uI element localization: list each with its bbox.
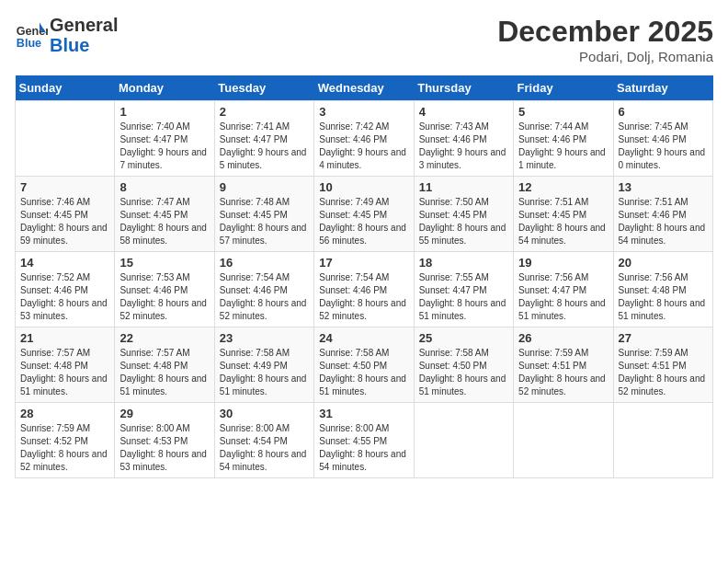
day-number: 12 xyxy=(518,180,608,194)
calendar-cell: 1 Sunrise: 7:40 AMSunset: 4:47 PMDayligh… xyxy=(115,101,214,177)
calendar-cell: 9 Sunrise: 7:48 AMSunset: 4:45 PMDayligh… xyxy=(214,177,313,252)
calendar-cell: 21 Sunrise: 7:57 AMSunset: 4:48 PMDaylig… xyxy=(16,327,115,403)
day-info: Sunrise: 7:58 AMSunset: 4:50 PMDaylight:… xyxy=(319,348,406,396)
calendar-cell: 30 Sunrise: 8:00 AMSunset: 4:54 PMDaylig… xyxy=(214,403,313,478)
day-number: 15 xyxy=(119,256,209,270)
day-info: Sunrise: 7:56 AMSunset: 4:47 PMDaylight:… xyxy=(518,272,606,321)
day-info: Sunrise: 7:57 AMSunset: 4:48 PMDaylight:… xyxy=(20,348,108,396)
calendar-cell: 25 Sunrise: 7:58 AMSunset: 4:50 PMDaylig… xyxy=(414,327,513,403)
day-info: Sunrise: 8:00 AMSunset: 4:55 PMDaylight:… xyxy=(319,423,406,472)
page-header: General Blue General Blue December 2025 … xyxy=(15,15,713,64)
day-number: 18 xyxy=(419,256,508,270)
day-number: 23 xyxy=(220,331,309,345)
day-number: 28 xyxy=(20,407,109,420)
day-number: 22 xyxy=(119,331,209,345)
svg-text:Blue: Blue xyxy=(17,37,41,50)
calendar-table: SundayMondayTuesdayWednesdayThursdayFrid… xyxy=(15,75,713,478)
calendar-week-row: 21 Sunrise: 7:57 AMSunset: 4:48 PMDaylig… xyxy=(16,327,713,403)
day-number: 6 xyxy=(619,105,708,119)
day-number: 26 xyxy=(518,331,608,345)
day-number: 27 xyxy=(619,331,708,345)
day-number: 1 xyxy=(119,105,209,119)
logo-blue: Blue xyxy=(50,35,118,55)
calendar-cell: 11 Sunrise: 7:50 AMSunset: 4:45 PMDaylig… xyxy=(414,177,513,252)
calendar-week-row: 1 Sunrise: 7:40 AMSunset: 4:47 PMDayligh… xyxy=(16,101,713,177)
day-number: 13 xyxy=(619,180,708,194)
day-number: 29 xyxy=(119,407,209,420)
calendar-cell xyxy=(414,403,513,478)
day-number: 21 xyxy=(20,331,109,345)
day-number: 20 xyxy=(619,256,708,270)
day-number: 9 xyxy=(220,180,309,194)
calendar-cell: 7 Sunrise: 7:46 AMSunset: 4:45 PMDayligh… xyxy=(16,177,115,252)
day-info: Sunrise: 7:40 AMSunset: 4:47 PMDaylight:… xyxy=(119,121,207,170)
calendar-cell: 10 Sunrise: 7:49 AMSunset: 4:45 PMDaylig… xyxy=(314,177,414,252)
month-title: December 2025 xyxy=(497,15,713,49)
calendar-cell: 28 Sunrise: 7:59 AMSunset: 4:52 PMDaylig… xyxy=(16,403,115,478)
calendar-cell: 31 Sunrise: 8:00 AMSunset: 4:55 PMDaylig… xyxy=(314,403,414,478)
logo-general: General xyxy=(50,15,118,35)
calendar-cell: 4 Sunrise: 7:43 AMSunset: 4:46 PMDayligh… xyxy=(414,101,513,177)
logo: General Blue General Blue xyxy=(15,15,118,55)
day-number: 4 xyxy=(419,105,508,119)
calendar-cell: 16 Sunrise: 7:54 AMSunset: 4:46 PMDaylig… xyxy=(214,252,313,327)
title-block: December 2025 Podari, Dolj, Romania xyxy=(497,15,713,64)
day-info: Sunrise: 8:00 AMSunset: 4:53 PMDaylight:… xyxy=(119,423,207,472)
calendar-cell: 8 Sunrise: 7:47 AMSunset: 4:45 PMDayligh… xyxy=(115,177,214,252)
day-info: Sunrise: 7:56 AMSunset: 4:48 PMDaylight:… xyxy=(619,272,706,321)
day-info: Sunrise: 7:59 AMSunset: 4:51 PMDaylight:… xyxy=(619,348,706,396)
logo-icon: General Blue xyxy=(15,18,48,52)
day-info: Sunrise: 7:44 AMSunset: 4:46 PMDaylight:… xyxy=(518,121,606,170)
day-number: 2 xyxy=(220,105,309,119)
day-info: Sunrise: 7:45 AMSunset: 4:46 PMDaylight:… xyxy=(619,121,706,170)
day-info: Sunrise: 7:57 AMSunset: 4:48 PMDaylight:… xyxy=(119,348,207,396)
calendar-cell xyxy=(16,101,115,177)
calendar-cell: 23 Sunrise: 7:58 AMSunset: 4:49 PMDaylig… xyxy=(214,327,313,403)
day-info: Sunrise: 7:46 AMSunset: 4:45 PMDaylight:… xyxy=(20,197,108,246)
day-number: 3 xyxy=(319,105,408,119)
calendar-cell: 6 Sunrise: 7:45 AMSunset: 4:46 PMDayligh… xyxy=(613,101,712,177)
day-info: Sunrise: 7:48 AMSunset: 4:45 PMDaylight:… xyxy=(220,197,307,246)
calendar-cell: 19 Sunrise: 7:56 AMSunset: 4:47 PMDaylig… xyxy=(514,252,613,327)
weekday-header: Monday xyxy=(115,75,214,101)
day-number: 7 xyxy=(20,180,109,194)
calendar-cell: 27 Sunrise: 7:59 AMSunset: 4:51 PMDaylig… xyxy=(613,327,712,403)
day-info: Sunrise: 7:53 AMSunset: 4:46 PMDaylight:… xyxy=(119,272,207,321)
weekday-header: Thursday xyxy=(414,75,513,101)
day-info: Sunrise: 7:50 AMSunset: 4:45 PMDaylight:… xyxy=(419,197,506,246)
calendar-cell: 20 Sunrise: 7:56 AMSunset: 4:48 PMDaylig… xyxy=(613,252,712,327)
calendar-cell: 18 Sunrise: 7:55 AMSunset: 4:47 PMDaylig… xyxy=(414,252,513,327)
day-number: 17 xyxy=(319,256,408,270)
weekday-header: Tuesday xyxy=(214,75,313,101)
calendar-cell: 29 Sunrise: 8:00 AMSunset: 4:53 PMDaylig… xyxy=(115,403,214,478)
day-number: 24 xyxy=(319,331,408,345)
calendar-week-row: 14 Sunrise: 7:52 AMSunset: 4:46 PMDaylig… xyxy=(16,252,713,327)
day-number: 10 xyxy=(319,180,408,194)
day-info: Sunrise: 7:49 AMSunset: 4:45 PMDaylight:… xyxy=(319,197,406,246)
day-info: Sunrise: 8:00 AMSunset: 4:54 PMDaylight:… xyxy=(220,423,307,472)
day-number: 30 xyxy=(220,407,309,420)
calendar-week-row: 7 Sunrise: 7:46 AMSunset: 4:45 PMDayligh… xyxy=(16,177,713,252)
day-info: Sunrise: 7:58 AMSunset: 4:49 PMDaylight:… xyxy=(220,348,307,396)
day-number: 16 xyxy=(220,256,309,270)
day-info: Sunrise: 7:54 AMSunset: 4:46 PMDaylight:… xyxy=(220,272,307,321)
day-info: Sunrise: 7:51 AMSunset: 4:45 PMDaylight:… xyxy=(518,197,606,246)
calendar-cell xyxy=(613,403,712,478)
calendar-cell: 26 Sunrise: 7:59 AMSunset: 4:51 PMDaylig… xyxy=(514,327,613,403)
weekday-header: Sunday xyxy=(16,75,115,101)
day-number: 8 xyxy=(119,180,209,194)
day-info: Sunrise: 7:54 AMSunset: 4:46 PMDaylight:… xyxy=(319,272,406,321)
calendar-cell: 17 Sunrise: 7:54 AMSunset: 4:46 PMDaylig… xyxy=(314,252,414,327)
day-number: 5 xyxy=(518,105,608,119)
day-number: 25 xyxy=(419,331,508,345)
day-info: Sunrise: 7:55 AMSunset: 4:47 PMDaylight:… xyxy=(419,272,506,321)
day-info: Sunrise: 7:47 AMSunset: 4:45 PMDaylight:… xyxy=(119,197,207,246)
weekday-header: Friday xyxy=(514,75,613,101)
day-number: 14 xyxy=(20,256,109,270)
day-number: 11 xyxy=(419,180,508,194)
calendar-cell: 22 Sunrise: 7:57 AMSunset: 4:48 PMDaylig… xyxy=(115,327,214,403)
calendar-cell: 14 Sunrise: 7:52 AMSunset: 4:46 PMDaylig… xyxy=(16,252,115,327)
day-info: Sunrise: 7:59 AMSunset: 4:51 PMDaylight:… xyxy=(518,348,606,396)
calendar-cell: 12 Sunrise: 7:51 AMSunset: 4:45 PMDaylig… xyxy=(514,177,613,252)
calendar-cell: 24 Sunrise: 7:58 AMSunset: 4:50 PMDaylig… xyxy=(314,327,414,403)
